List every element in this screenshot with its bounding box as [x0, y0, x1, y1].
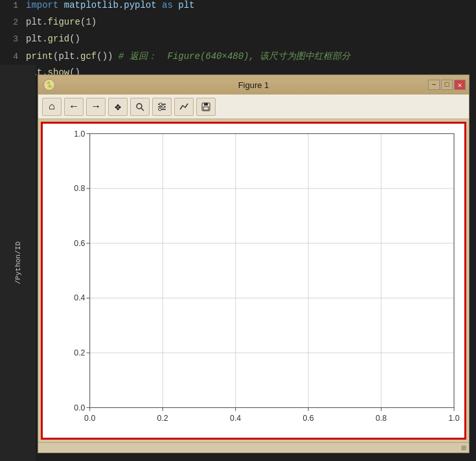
svg-text:0.2: 0.2	[74, 348, 85, 357]
code-line: 4print(plt.gcf()) # 返回： Figure(640×480),…	[0, 51, 476, 67]
code-token: plt.	[26, 17, 48, 27]
figure-toolbar: ⌂ ← → ✥	[38, 95, 469, 119]
figure-window: 🐍 Figure 1 − □ ✕ ⌂ ← → ✥	[38, 74, 470, 453]
code-token: gcf	[80, 51, 96, 62]
code-token: figure	[48, 17, 80, 27]
code-token: print	[26, 51, 53, 62]
svg-text:0.6: 0.6	[74, 239, 85, 248]
svg-text:0.4: 0.4	[74, 293, 85, 302]
svg-line-1	[141, 108, 144, 111]
sidebar-label: /Python/ID	[14, 242, 22, 284]
chart-svg: 0.0 0.2 0.4 0.6 0.8 1.0 0.0 0.2 0.4 0.6 …	[43, 124, 464, 438]
status-bar: ⊞	[38, 442, 469, 453]
save-button[interactable]	[196, 98, 216, 116]
code-token: as	[162, 0, 173, 10]
code-token: Figure(640×480)	[157, 51, 249, 62]
code-content: print(plt.gcf()) # 返回： Figure(640×480), …	[26, 51, 350, 62]
code-line: 1import matplotlib.pyplot as plt	[0, 0, 476, 17]
code-token: matplotlib.pyplot	[64, 0, 162, 10]
forward-button[interactable]: →	[86, 98, 106, 116]
svg-text:0.0: 0.0	[84, 414, 95, 423]
code-content: plt.grid()	[26, 34, 80, 44]
configure-button[interactable]	[152, 98, 172, 116]
code-content: import matplotlib.pyplot as plt	[26, 0, 194, 10]
window-controls: − □ ✕	[428, 80, 466, 90]
figure-icon: 🐍	[43, 79, 55, 91]
code-token: (plt.	[53, 51, 80, 62]
zoom-button[interactable]	[130, 98, 150, 116]
line-number: 4	[0, 52, 26, 62]
svg-rect-11	[90, 133, 454, 407]
code-token: ())	[96, 51, 119, 62]
svg-rect-10	[203, 107, 209, 110]
svg-point-5	[159, 103, 162, 106]
maximize-button[interactable]: □	[441, 80, 453, 90]
svg-text:1.0: 1.0	[448, 414, 459, 423]
code-line: 2plt.figure(1)	[0, 17, 476, 34]
code-token: plt.	[26, 34, 48, 44]
code-token: , 该尺寸为图中红框部分	[249, 51, 351, 62]
svg-text:0.2: 0.2	[157, 414, 168, 423]
back-button[interactable]: ←	[64, 98, 84, 116]
line-number: 3	[0, 34, 26, 44]
svg-text:0.6: 0.6	[303, 414, 314, 423]
status-text: ⊞	[461, 444, 466, 451]
code-editor: 1import matplotlib.pyplot as plt2plt.fig…	[0, 0, 476, 84]
minimize-button[interactable]: −	[428, 80, 440, 90]
svg-point-0	[137, 104, 142, 109]
close-button[interactable]: ✕	[454, 80, 466, 90]
svg-point-7	[159, 108, 161, 111]
left-sidebar: /Python/ID	[0, 65, 36, 461]
code-token: plt	[173, 0, 195, 10]
subplot-adjust-button[interactable]	[174, 98, 194, 116]
svg-rect-9	[204, 103, 208, 106]
svg-point-6	[162, 106, 164, 108]
code-token: )	[91, 17, 96, 27]
plot-inner: 0.0 0.2 0.4 0.6 0.8 1.0 0.0 0.2 0.4 0.6 …	[43, 124, 464, 438]
figure-title: Figure 1	[238, 80, 269, 90]
svg-text:1.0: 1.0	[74, 129, 85, 139]
line-number: 1	[0, 1, 26, 10]
line-number: 2	[0, 17, 26, 27]
code-token: ()	[69, 34, 80, 44]
svg-text:0.8: 0.8	[74, 184, 85, 193]
code-token: import	[26, 0, 64, 10]
code-token: # 返回：	[119, 51, 157, 62]
plot-area: 0.0 0.2 0.4 0.6 0.8 1.0 0.0 0.2 0.4 0.6 …	[41, 122, 466, 440]
svg-text:0.8: 0.8	[376, 414, 387, 423]
title-bar: 🐍 Figure 1 − □ ✕	[38, 75, 469, 95]
code-token: grid	[48, 34, 70, 44]
home-button[interactable]: ⌂	[42, 98, 62, 116]
svg-text:0.4: 0.4	[230, 414, 241, 423]
code-content: plt.figure(1)	[26, 17, 96, 27]
code-token: 1	[85, 17, 91, 27]
svg-text:0.0: 0.0	[74, 403, 85, 412]
code-line: 3plt.grid()	[0, 34, 476, 51]
pan-button[interactable]: ✥	[108, 98, 128, 116]
